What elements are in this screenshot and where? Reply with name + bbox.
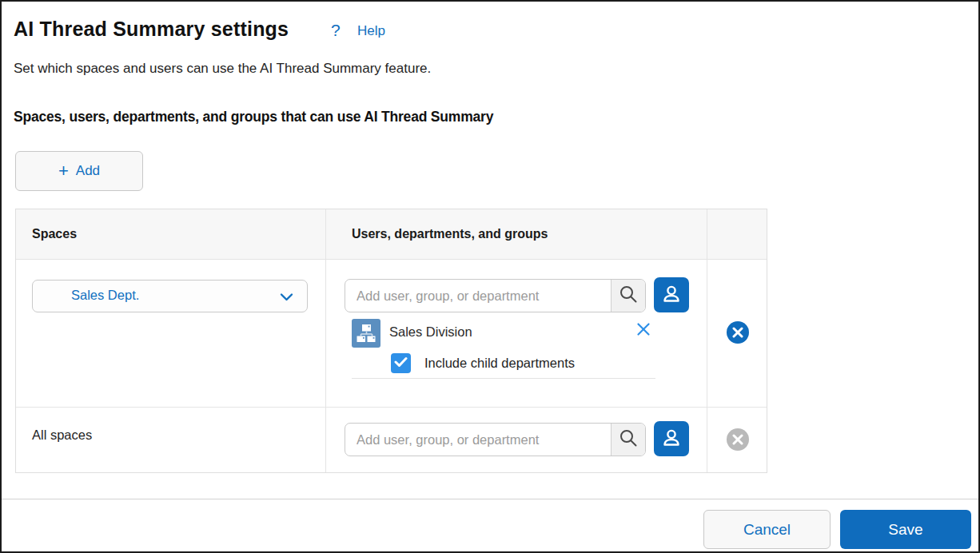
entry-name: Sales Division (389, 324, 472, 340)
table-row: All spaces (16, 408, 767, 472)
ai-thread-summary-settings-page: AI Thread Summary settings ? Help Set wh… (0, 0, 980, 553)
search-icon (619, 428, 638, 451)
user-search-group (345, 279, 646, 312)
help-link[interactable]: Help (357, 23, 385, 39)
save-button-label: Save (888, 521, 922, 539)
select-from-directory-button[interactable] (654, 421, 689, 456)
person-icon (661, 428, 682, 451)
department-org-icon (352, 319, 380, 348)
all-spaces-label: All spaces (32, 428, 92, 443)
chevron-down-icon (280, 291, 293, 305)
checkmark-icon (394, 356, 408, 371)
cancel-button[interactable]: Cancel (703, 510, 831, 549)
help-question-icon[interactable]: ? (331, 21, 341, 40)
space-select-value: Sales Dept. (71, 288, 139, 303)
column-header-actions (707, 209, 767, 259)
space-select-dropdown[interactable]: Sales Dept. (32, 280, 308, 312)
user-search-input[interactable] (345, 424, 611, 456)
add-button-label: Add (76, 163, 100, 179)
search-icon (619, 284, 638, 307)
column-header-users: Users, departments, and groups (352, 227, 548, 241)
column-header-spaces: Spaces (32, 227, 77, 241)
select-from-directory-button[interactable] (654, 277, 689, 312)
table-row: Sales Dept. (16, 260, 767, 408)
include-child-checkbox[interactable] (391, 353, 411, 373)
user-search-group (345, 423, 646, 456)
save-button[interactable]: Save (840, 510, 971, 549)
remove-entry-icon[interactable] (636, 322, 651, 336)
plus-icon: + (58, 162, 69, 180)
include-child-label: Include child departments (424, 356, 575, 371)
entry-divider (352, 378, 655, 379)
search-button[interactable] (611, 280, 645, 312)
page-subtitle: Set which spaces and users can use the A… (14, 61, 431, 77)
permissions-table: Spaces Users, departments, and groups Sa… (15, 209, 767, 473)
user-search-input[interactable] (345, 280, 611, 312)
person-icon (661, 284, 682, 307)
footer-divider (2, 499, 978, 499)
remove-row-button[interactable] (727, 321, 749, 344)
section-heading: Spaces, users, departments, and groups t… (14, 109, 493, 125)
table-header-row: Spaces Users, departments, and groups (16, 209, 767, 260)
page-title: AI Thread Summary settings (14, 18, 289, 41)
add-button[interactable]: + Add (15, 151, 143, 191)
search-button[interactable] (611, 424, 645, 456)
cancel-button-label: Cancel (743, 521, 791, 539)
remove-row-button-disabled (727, 428, 749, 451)
